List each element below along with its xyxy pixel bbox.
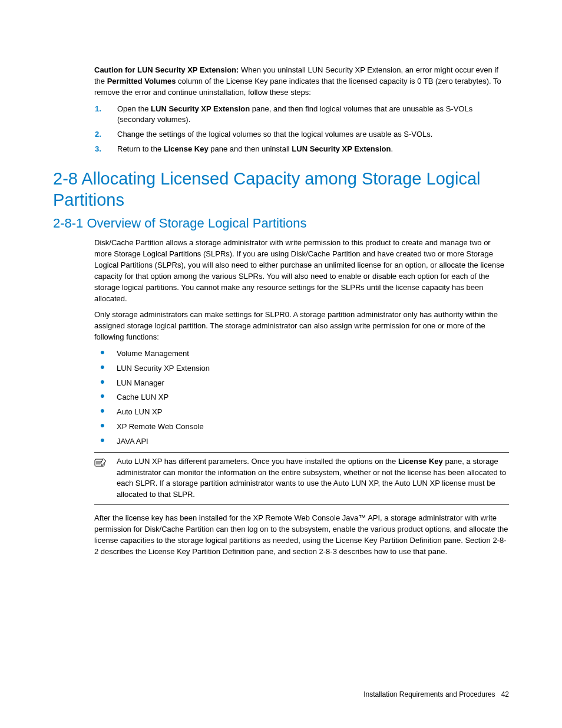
bullet-icon: • — [94, 407, 117, 418]
content-block: Disk/Cache Partition allows a storage ad… — [53, 238, 509, 557]
bullet-icon: • — [94, 421, 117, 433]
list-item: •JAVA API — [94, 436, 509, 447]
list-item: •XP Remote Web Console — [94, 421, 509, 433]
step-number: 2. — [95, 129, 117, 140]
note-block: Auto LUN XP has different parameters. On… — [94, 452, 509, 505]
bullet-icon: • — [94, 436, 117, 447]
page: Caution for LUN Security XP Extension: W… — [0, 0, 562, 728]
step-number: 1. — [95, 104, 117, 126]
overview-paragraph-1: Disk/Cache Partition allows a storage ad… — [94, 238, 509, 304]
page-footer: Installation Requirements and Procedures… — [363, 690, 509, 700]
step-number: 3. — [95, 144, 117, 155]
note-icon — [94, 456, 117, 500]
list-item: •LUN Manager — [94, 378, 509, 389]
caution-paragraph: Caution for LUN Security XP Extension: W… — [94, 65, 509, 98]
step-body: Change the settings of the logical volum… — [117, 129, 509, 140]
bullet-icon: • — [94, 363, 117, 374]
bullet-icon: • — [94, 392, 117, 403]
step-3: 3. Return to the License Key pane and th… — [94, 144, 509, 155]
list-item: •Cache LUN XP — [94, 392, 509, 403]
heading-2: 2-8-1 Overview of Storage Logical Partit… — [53, 214, 509, 233]
heading-1: 2-8 Allocating Licensed Capacity among S… — [53, 168, 509, 211]
bullet-icon: • — [94, 378, 117, 389]
bullet-icon: • — [94, 348, 117, 360]
footer-title: Installation Requirements and Procedures — [363, 690, 495, 699]
list-item: •Auto LUN XP — [94, 407, 509, 418]
step-body: Return to the License Key pane and then … — [117, 144, 509, 155]
overview-paragraph-2: Only storage administrators can make set… — [94, 309, 509, 343]
caution-block: Caution for LUN Security XP Extension: W… — [53, 65, 509, 155]
caution-permitted-volumes: Permitted Volumes — [107, 77, 176, 85]
list-item: •Volume Management — [94, 348, 509, 360]
step-2: 2. Change the settings of the logical vo… — [94, 129, 509, 140]
step-1: 1. Open the LUN Security XP Extension pa… — [94, 104, 509, 126]
list-item: •LUN Security XP Extension — [94, 363, 509, 374]
closing-paragraph: After the license key has been installed… — [94, 513, 509, 557]
footer-page-number: 42 — [501, 690, 509, 699]
caution-steps: 1. Open the LUN Security XP Extension pa… — [94, 104, 509, 155]
note-body: Auto LUN XP has different parameters. On… — [117, 456, 509, 500]
caution-lead-bold: Caution for LUN Security XP Extension: — [94, 65, 241, 74]
functions-list: •Volume Management •LUN Security XP Exte… — [94, 348, 509, 447]
step-body: Open the LUN Security XP Extension pane,… — [117, 104, 509, 126]
